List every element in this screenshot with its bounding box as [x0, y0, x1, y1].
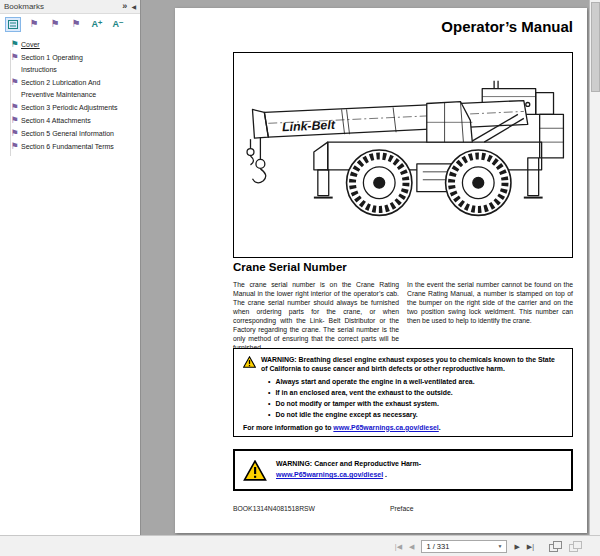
bullet-text: Always start and operate the engine in a… [275, 378, 474, 387]
increase-text-size-icon[interactable]: A⁺ [89, 17, 105, 32]
diesel-exhaust-warning-box: WARNING:Breathing diesel engine exhaust … [233, 348, 573, 437]
last-page-button[interactable]: ▶| [527, 543, 534, 550]
body-text-columns: The crane serial number is on the Crane … [233, 280, 573, 352]
bookmark-item-section-5[interactable]: ⚑ Section 5 General Information [8, 128, 138, 140]
bookmark-flag-icon: ⚑ [8, 52, 21, 63]
warning-footer-suffix: . [439, 424, 441, 431]
pdf-page: Operator’s Manual [175, 8, 587, 533]
expand-collapse-all-icon[interactable] [5, 17, 21, 32]
crane-figure: Link-Belt [233, 52, 573, 258]
page-number-value: 1 / 331 [426, 542, 449, 551]
warning-label: WARNING: [261, 356, 297, 363]
warning-intro-text: Breathing diesel engine exhaust exposes … [261, 356, 555, 372]
bullet-text: Do not idle the engine except as necessa… [275, 411, 417, 420]
bookmark-label: Section 3 Periodic Adjustments [21, 102, 119, 114]
list-panel-icon [8, 20, 18, 29]
document-area: Operator’s Manual [141, 0, 600, 535]
bookmarks-panel-title: Bookmarks [4, 2, 122, 11]
warning-label: WARNING: [276, 460, 312, 467]
bookmark-item-section-3[interactable]: ⚑ Section 3 Periodic Adjustments [8, 102, 138, 114]
bullet-icon: • [268, 378, 270, 387]
panel-menu-icon[interactable]: » [122, 2, 127, 11]
page-number-combobox[interactable]: 1 / 331 ▼ [421, 540, 507, 553]
bookmark-label: Section 6 Fundamental Terms [21, 141, 119, 153]
bookmark-item-section-2[interactable]: ⚑ Section 2 Lubrication And Preventive M… [8, 77, 138, 101]
next-view-button[interactable] [569, 541, 582, 552]
bookmark-flag-icon: ⚑ [8, 77, 21, 88]
bookmark-item-section-1[interactable]: ⚑ Section 1 Operating Instructions [8, 52, 138, 76]
first-page-button[interactable]: |◀ [395, 543, 402, 550]
previous-view-button[interactable] [549, 541, 562, 552]
crane-brand-text: Link-Belt [282, 118, 336, 134]
bullet-text: If in an enclosed area, vent the exhaust… [275, 389, 452, 398]
bookmark-label: Section 5 General Information [21, 128, 119, 140]
bullet-icon: • [268, 389, 270, 398]
previous-page-button[interactable]: ◀ [409, 543, 414, 550]
page-footer: BOOK1314N4081518RSW Preface [233, 505, 573, 517]
bookmarks-toolbar: ⚑ ⚑ ⚑ A⁺ A⁻ [0, 14, 140, 34]
doc-header-title: Operator’s Manual [441, 18, 573, 35]
bookmarks-panel: Bookmarks » ◀ ⚑ ⚑ ⚑ A⁺ A⁻ ⚑ [0, 0, 141, 535]
p65-warnings-link[interactable]: www.P65warnings.ca.gov/diesel [333, 424, 438, 431]
bookmark-label: Section 4 Attachments [21, 115, 119, 127]
delete-bookmark-icon[interactable]: ⚑ [68, 17, 84, 32]
crane-line-art: Link-Belt [234, 53, 572, 257]
warning-footer-prefix: For more information go to [243, 424, 333, 431]
bookmark-item-section-6[interactable]: ⚑ Section 6 Fundamental Terms [8, 141, 138, 153]
body-text-right: In the event the serial number cannot be… [407, 280, 573, 352]
bookmark-label: Cover [21, 39, 119, 51]
body-text-left: The crane serial number is on the Crane … [233, 280, 399, 352]
p65-warnings-link[interactable]: www.P65warnings.ca.gov/diesel [276, 471, 383, 478]
decrease-text-size-icon[interactable]: A⁻ [110, 17, 126, 32]
warning-bullet-list: • Always start and operate the engine in… [268, 378, 563, 420]
bullet-icon: • [268, 400, 270, 409]
scrollbar-thumb[interactable] [591, 2, 600, 92]
status-bar: |◀ ◀ 1 / 331 ▼ ▶ ▶| [0, 535, 600, 556]
bullet-text: Do not modify or tamper with the exhaust… [275, 400, 439, 409]
vertical-scrollbar[interactable] [589, 0, 600, 535]
bookmark-label: Section 1 Operating Instructions [21, 52, 119, 76]
bullet-icon: • [268, 411, 270, 420]
warning-bullet-item: • Do not idle the engine except as neces… [268, 411, 563, 420]
section-heading: Crane Serial Number [233, 261, 347, 273]
bookmark-item-section-4[interactable]: ⚑ Section 4 Attachments [8, 115, 138, 127]
bookmark-label: Section 2 Lubrication And Preventive Mai… [21, 77, 119, 101]
footer-section-name: Preface [390, 505, 413, 512]
bookmark-flag-icon: ⚑ [8, 115, 21, 126]
warning-bullet-item: • Do not modify or tamper with the exhau… [268, 400, 563, 409]
warning-footer-line: For more information go to www.P65warnin… [243, 424, 563, 431]
bookmark-flag-icon: ⚑ [8, 102, 21, 113]
new-bookmark-icon[interactable]: ⚑ [26, 17, 42, 32]
collapse-panel-icon[interactable]: ◀ [131, 4, 136, 10]
bookmark-tree: ⚑ Cover ⚑ Section 1 Operating Instructio… [0, 34, 140, 153]
edit-bookmark-icon[interactable]: ⚑ [47, 17, 63, 32]
pdf-viewer-app: Bookmarks » ◀ ⚑ ⚑ ⚑ A⁺ A⁻ ⚑ [0, 0, 600, 556]
warning-triangle-icon [243, 460, 267, 481]
caret-down-icon: ▼ [497, 543, 502, 549]
warning-text: Cancer and Reproductive Harm- [314, 460, 421, 467]
warning-bullet-item: • If in an enclosed area, vent the exhau… [268, 389, 563, 398]
next-page-button[interactable]: ▶ [514, 543, 519, 550]
warning-triangle-icon [243, 356, 256, 368]
book-number: BOOK1314N4081518RSW [233, 505, 315, 512]
warning-suffix: . [383, 471, 387, 478]
bookmark-flag-icon: ⚑ [8, 39, 21, 50]
bookmark-item-cover[interactable]: ⚑ Cover [8, 39, 138, 51]
cancer-warning-box: WARNING:Cancer and Reproductive Harm- ww… [233, 449, 573, 491]
bookmark-flag-icon: ⚑ [8, 128, 21, 139]
warning-bullet-item: • Always start and operate the engine in… [268, 378, 563, 387]
bookmark-flag-icon: ⚑ [8, 141, 21, 152]
bookmarks-panel-header: Bookmarks » ◀ [0, 0, 140, 14]
